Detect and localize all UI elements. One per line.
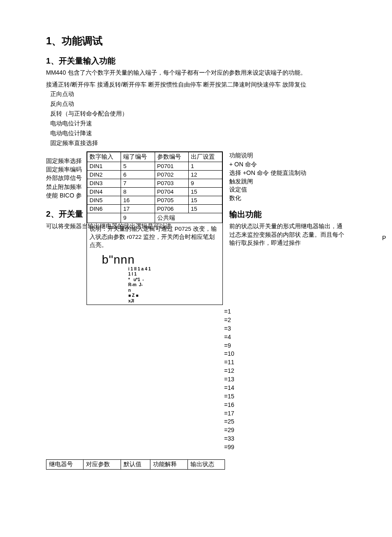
eq-item: =29 <box>224 426 346 435</box>
func-desc-3: 设定值 <box>229 186 344 194</box>
table-row: DIN26P070212 <box>87 170 222 179</box>
relay-table: 继电器号 对应参数 默认值 功能解释 输出状态 <box>46 459 225 470</box>
left-label-1: 固定频率编码 <box>46 165 86 174</box>
func-desc-4: 数化 <box>229 194 344 203</box>
table-row: DIN48P070415 <box>87 187 222 196</box>
function-item-5: 固定频率直接选择 <box>50 139 346 147</box>
th-0: 数字输入 <box>87 152 121 162</box>
relay-th-4: 输出状态 <box>187 459 225 469</box>
function-item-0: 正向点动 <box>50 90 346 98</box>
relay-th-0: 继电器号 <box>46 459 84 469</box>
relay-table-header-row: 继电器号 对应参数 默认值 功能解释 输出状态 <box>46 459 225 469</box>
table-row: DIN37P07039 <box>87 179 222 187</box>
func-desc-0: + ON 命令 <box>229 160 344 169</box>
relay-th-1: 对应参数 <box>84 459 121 469</box>
function-item-3: 电动电位计升速 <box>50 119 346 128</box>
relay-th-2: 默认值 <box>121 459 150 469</box>
function-item-4: 电动电位计降速 <box>50 129 346 137</box>
table-header-row: 数字输入 端了编号 参数编号 出厂设置 <box>87 152 222 162</box>
func-desc-1: 选择 +ON 命令 使能直流制动 <box>229 169 344 177</box>
th-1: 端了编号 <box>121 152 155 162</box>
eq-item: =10 <box>224 350 346 358</box>
eq-item: =1 <box>224 308 346 316</box>
relay-th-3: 功能解释 <box>150 459 187 469</box>
func-desc-label: 功能说明 <box>229 151 344 160</box>
table-row: DIN15P07011 <box>87 162 222 170</box>
eq-item: =16 <box>224 401 346 409</box>
table-note: 说明：开关量的输入逻辑可通过 P0725 改变，输入状态由参数 r0722 监控… <box>87 223 222 251</box>
function-item-2: 反转（与正转命令配合使用） <box>50 110 346 118</box>
equals-list: =1 =2 =3 =4 =9 =10 =11 =12 =13 =14 =15 =… <box>224 308 346 452</box>
th-3: 出厂设置 <box>188 152 222 162</box>
left-label-4: 使能 BICO 参 <box>46 191 86 200</box>
eq-item: =2 <box>224 316 346 325</box>
right-column: 功能说明 + ON 命令 选择 +ON 命令 使能直流制动 触发跳闸 设定值 数… <box>229 151 344 247</box>
left-label-3: 禁止附加频率 <box>46 183 86 191</box>
eq-item: =4 <box>224 333 346 342</box>
section-2-title: 2、开关量 <box>46 208 86 220</box>
eq-item: =14 <box>224 384 346 392</box>
func-desc-2: 触发跳闸 <box>229 177 344 186</box>
din-table-container: 数字输入 端了编号 参数编号 出厂设置 DIN15P07011 DIN26P07… <box>86 151 223 305</box>
eq-item: =99 <box>224 443 346 452</box>
eq-item: =13 <box>224 375 346 384</box>
eq-item: =3 <box>224 325 346 333</box>
graphic-large-text: b"nnn <box>102 253 208 267</box>
section-2-left-text: 可以将变频器当输出继电器的状出逻辑是可以进 <box>46 222 86 231</box>
page-title: 1、功能调试 <box>46 34 346 48</box>
relay-table-container: 继电器号 对应参数 默认值 功能解释 输出状态 <box>46 459 346 470</box>
th-2: 参数编号 <box>155 152 188 162</box>
section-1-intro: MM440 包含了六个数字开关量的输入端子，每个端子都有一个对应的参数用来设定该… <box>46 69 346 77</box>
page-edge-marker: P <box>382 235 386 241</box>
function-item-1: 反向点动 <box>50 100 346 108</box>
table-row: 9公共端 <box>87 213 222 223</box>
eq-item: =33 <box>224 435 346 443</box>
eq-item: =12 <box>224 367 346 375</box>
output-section-text: 前的状态以开关量的形式用继电器输出，通过态来监控变频器的内部状 态量。而且每个输… <box>229 222 344 247</box>
output-section-title: 输出功能 <box>229 209 344 221</box>
left-label-0: 固定频率选择 <box>46 157 86 165</box>
table-row: DIN516P070515 <box>87 196 222 204</box>
left-label-2: 外部故障信号 <box>46 174 86 182</box>
graphic-small-text: i 1 Il 1 a 4 1 1 l 1 * u*1 - R-m J- n ■ … <box>128 267 208 304</box>
table-graphic: b"nnn i 1 Il 1 a 4 1 1 l 1 * u*1 - R-m J… <box>102 253 208 304</box>
din-table: 数字输入 端了编号 参数编号 出厂设置 DIN15P07011 DIN26P07… <box>87 152 222 223</box>
eq-item: =9 <box>224 342 346 350</box>
eq-item: =11 <box>224 358 346 367</box>
function-line-main: 接通正转/断开停车 接通反转/断开停车 断开按惯性自由停车 断开按第二降速时间快… <box>46 81 346 89</box>
eq-item: =25 <box>224 418 346 426</box>
table-row: DIN617P070615 <box>87 204 222 213</box>
eq-item: =17 <box>224 409 346 418</box>
eq-item: =15 <box>224 392 346 401</box>
left-label-column: 固定频率选择 固定频率编码 外部故障信号 禁止附加频率 使能 BICO 参 2、… <box>46 157 86 231</box>
section-1-title: 1、开关量输入功能 <box>46 55 346 67</box>
